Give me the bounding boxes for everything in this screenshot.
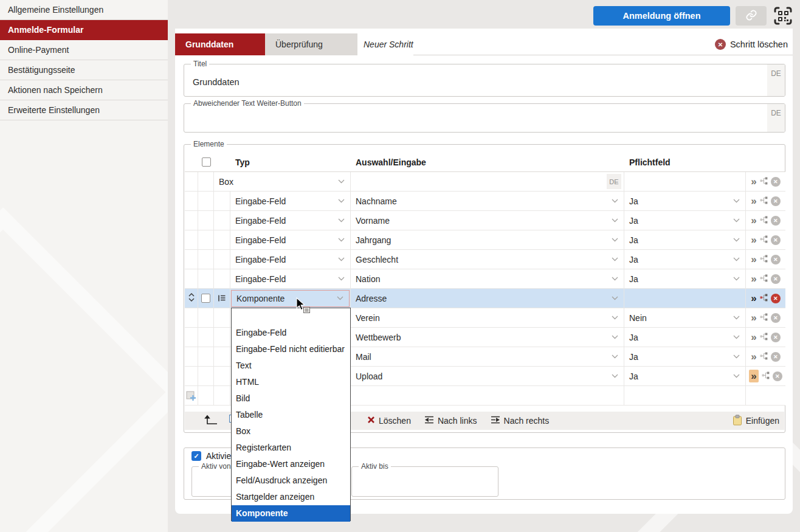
pflichtfeld-select[interactable]: Ja <box>624 230 745 249</box>
auswahl-select[interactable]: Mail <box>351 347 624 366</box>
expand-icon[interactable]: » <box>751 351 756 362</box>
expand-icon[interactable]: » <box>751 215 756 226</box>
remove-icon[interactable]: ✕ <box>773 371 782 381</box>
remove-icon[interactable]: ✕ <box>771 352 781 362</box>
move-right-button[interactable]: Nach rechts <box>491 416 550 426</box>
dropdown-option[interactable]: Eingabe-Feld nicht editierbar <box>232 341 350 358</box>
expand-icon[interactable]: » <box>749 370 758 382</box>
typ-select[interactable]: Eingabe-Feld <box>230 269 350 288</box>
typ-select[interactable]: Eingabe-Feld <box>230 230 350 249</box>
remove-icon[interactable]: ✕ <box>771 274 781 284</box>
copy-link-button[interactable] <box>736 6 767 26</box>
remove-icon[interactable]: ✕ <box>771 255 781 264</box>
auswahl-select[interactable]: Jahrgang <box>351 230 624 249</box>
sidebar-item-anmelde-formular[interactable]: Anmelde-Formular <box>0 20 168 40</box>
titel-value[interactable]: Grunddaten <box>193 77 240 87</box>
dropdown-option[interactable]: Eingabe-Feld <box>232 325 350 341</box>
sidebar-item-erweiterte-einstellungen[interactable]: Erweiterte Einstellungen <box>0 100 168 120</box>
auswahl-select[interactable]: Adresse <box>351 289 624 308</box>
sidebar-item-aktionen-nach-speichern[interactable]: Aktionen nach Speichern <box>0 80 168 100</box>
tree-structure-icon[interactable] <box>760 351 768 362</box>
expand-icon[interactable]: » <box>751 196 756 206</box>
pflichtfeld-select[interactable]: Ja <box>624 347 745 366</box>
pflichtfeld-select[interactable]: Ja <box>624 250 745 269</box>
tree-structure-icon[interactable] <box>760 313 768 323</box>
dropdown-option[interactable]: Bild <box>232 390 350 407</box>
auswahl-select[interactable]: Vorname <box>351 211 624 230</box>
dropdown-option[interactable]: Registerkarten <box>232 440 350 456</box>
tree-structure-icon[interactable] <box>760 293 768 304</box>
pflichtfeld-select[interactable]: Nein <box>624 308 745 327</box>
remove-icon[interactable]: ✕ <box>771 313 781 323</box>
remove-icon[interactable]: ✕ <box>771 333 781 342</box>
pflichtfeld-select[interactable]: Ja <box>624 211 745 230</box>
remove-icon[interactable]: ✕ <box>771 294 781 303</box>
dropdown-option[interactable]: Box <box>232 423 350 440</box>
checkbox-cell <box>198 308 214 327</box>
auswahl-select[interactable]: Nation <box>351 269 624 288</box>
add-row-icon[interactable] <box>186 391 196 404</box>
row-checkbox[interactable] <box>201 294 210 303</box>
typ-select[interactable]: Eingabe-Feld <box>230 250 350 269</box>
expand-icon[interactable]: » <box>751 176 756 187</box>
tree-structure-icon[interactable] <box>760 274 768 285</box>
dropdown-option[interactable]: HTML <box>232 374 350 390</box>
typ-select[interactable]: Eingabe-Feld <box>230 192 350 210</box>
auswahl-select[interactable]: Geschlecht <box>351 250 624 269</box>
dropdown-option[interactable]: Feld/Ausdruck anzeigen <box>232 472 350 489</box>
pflichtfeld-select[interactable]: Ja <box>624 367 745 385</box>
qr-code-icon[interactable] <box>772 5 794 27</box>
auswahl-select[interactable]: Upload <box>351 367 624 385</box>
expand-icon[interactable]: » <box>751 254 756 264</box>
dropdown-option[interactable]: Komponente <box>232 505 350 522</box>
expand-icon[interactable]: » <box>751 293 756 303</box>
tree-structure-icon[interactable] <box>762 371 770 382</box>
auswahl-select[interactable]: Nachname <box>351 192 624 210</box>
auswahl-select[interactable]: Wettbewerb <box>351 328 624 347</box>
typ-select[interactable]: Box <box>214 172 350 191</box>
sidebar-item-online-payment[interactable]: Online-Payment <box>0 40 168 60</box>
pflichtfeld-select[interactable]: Ja <box>624 328 745 347</box>
sidebar-item-bestaetigungsseite[interactable]: Bestätigungsseite <box>0 60 168 80</box>
remove-icon[interactable]: ✕ <box>771 216 781 226</box>
open-registration-button[interactable]: Anmeldung öffnen <box>593 6 730 26</box>
insert-button[interactable]: Einfügen <box>733 415 779 427</box>
move-left-button[interactable]: Nach links <box>424 416 477 426</box>
tree-structure-icon[interactable] <box>760 196 768 207</box>
typ-select[interactable]: Komponente <box>231 290 350 307</box>
dropdown-option[interactable] <box>232 308 350 325</box>
tab-grunddaten[interactable]: Grunddaten <box>175 33 265 55</box>
dropdown-option[interactable]: Eingabe-Wert anzeigen <box>232 456 350 472</box>
pflichtfeld-select[interactable]: Ja <box>624 269 745 288</box>
remove-icon[interactable]: ✕ <box>771 196 781 206</box>
dropdown-option[interactable]: Startgelder anzeigen <box>232 489 350 505</box>
select-all-checkbox[interactable] <box>202 157 211 167</box>
pflichtfeld-select[interactable]: Ja <box>624 192 745 210</box>
expand-icon[interactable]: » <box>751 235 756 245</box>
move-up-level-icon[interactable] <box>203 415 218 427</box>
aktiviert-checkbox[interactable]: ✓ <box>191 451 201 461</box>
delete-button[interactable]: Löschen <box>367 416 411 426</box>
dropdown-option[interactable]: Tabelle <box>232 407 350 423</box>
expand-icon[interactable]: » <box>751 274 756 284</box>
tab-neuer-schritt[interactable]: Neuer Schritt <box>357 33 413 55</box>
tab-ueberpruefung[interactable]: Überprüfung <box>265 33 357 55</box>
auswahl-select[interactable]: Verein <box>351 308 624 327</box>
tree-structure-icon[interactable] <box>760 235 768 246</box>
delete-step-button[interactable]: ✕ Schritt löschen <box>715 33 788 55</box>
tree-structure-icon[interactable] <box>760 332 768 343</box>
typ-select[interactable]: Eingabe-Feld <box>230 211 350 230</box>
drag-handle-icon[interactable] <box>188 293 195 304</box>
expand-icon[interactable]: » <box>751 313 756 323</box>
titel-field[interactable]: Titel Grunddaten DE <box>184 64 785 97</box>
tree-structure-icon[interactable] <box>760 215 768 226</box>
remove-icon[interactable]: ✕ <box>771 235 781 245</box>
tree-structure-icon[interactable] <box>760 254 768 265</box>
dropdown-option[interactable]: Text <box>232 358 350 374</box>
remove-icon[interactable]: ✕ <box>771 177 781 187</box>
expand-icon[interactable]: » <box>751 332 756 342</box>
sidebar-item-allgemeine-einstellungen[interactable]: Allgemeine Einstellungen <box>0 0 168 20</box>
aktiv-bis-field[interactable]: Aktiv bis <box>351 466 498 497</box>
tree-structure-icon[interactable] <box>760 176 768 187</box>
weiter-button-text-field[interactable]: Abweichender Text Weiter-Button DE <box>184 103 785 133</box>
